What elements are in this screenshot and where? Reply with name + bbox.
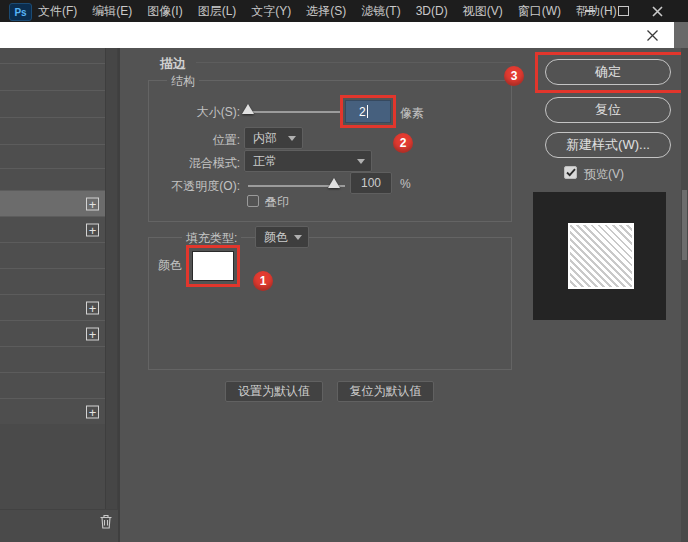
structure-legend: 结构 [167,73,199,90]
style-row[interactable] [0,242,105,268]
add-effect-icon[interactable]: + [86,405,99,418]
menu-items: 文件(F)编辑(E)图像(I)图层(L)文字(Y)选择(S)滤镜(T)3D(D)… [38,0,617,22]
trash-icon [98,513,114,530]
chevron-down-icon [288,136,296,141]
stroke-preview-swatch [568,223,634,289]
blend-mode-value: 正常 [253,153,277,170]
preview-checkbox[interactable] [564,166,577,179]
menu-item[interactable]: 图像(I) [147,3,182,20]
style-row[interactable] [0,268,105,294]
fill-type-dropdown[interactable]: 颜色 [255,226,309,248]
style-row-selected[interactable]: + [0,190,105,216]
menu-item[interactable]: 图层(L) [198,3,237,20]
minimize-icon [585,10,595,12]
menu-item[interactable]: 视图(V) [463,3,503,20]
style-row[interactable] [0,144,105,168]
stroke-color-swatch[interactable] [192,251,234,281]
dialog-titlebar [0,22,674,48]
photoshop-window: Ps 文件(F)编辑(E)图像(I)图层(L)文字(Y)选择(S)滤镜(T)3D… [0,0,688,542]
styles-left-panel: +++++ [0,48,118,542]
overprint-label: 叠印 [265,194,289,211]
add-effect-icon[interactable]: + [86,223,99,236]
add-effect-icon[interactable]: + [86,327,99,340]
style-row[interactable]: + [0,398,105,424]
menu-item[interactable]: 3D(D) [416,4,448,18]
add-effect-icon[interactable]: + [86,301,99,314]
menu-item[interactable]: 选择(S) [306,3,346,20]
chevron-down-icon [357,159,365,164]
opacity-input[interactable]: 100 [350,172,392,194]
size-slider-thumb[interactable] [242,104,254,114]
size-unit-label: 像素 [400,105,424,122]
close-icon [652,6,663,17]
maximize-button[interactable] [610,0,636,22]
size-slider-track[interactable] [246,111,341,113]
overprint-checkbox[interactable] [247,195,259,207]
position-dropdown[interactable]: 内部 [244,127,303,149]
style-row[interactable] [0,168,105,190]
dialog-close-button[interactable] [645,28,660,43]
style-row[interactable] [0,48,105,63]
menu-item[interactable]: 窗口(W) [518,3,561,20]
preview-label: 预览(V) [584,166,624,183]
style-row[interactable]: + [0,320,105,346]
styles-list: +++++ [0,48,105,424]
set-default-button[interactable]: 设置为默认值 [225,381,323,402]
style-row[interactable] [0,346,105,372]
scrollbar-thumb[interactable] [682,190,687,260]
blend-mode-dropdown[interactable]: 正常 [244,150,372,172]
fill-type-label: 填充类型: [182,230,241,247]
menu-item[interactable]: 编辑(E) [92,3,132,20]
reset-default-button[interactable]: 复位为默认值 [337,381,434,402]
ok-button[interactable]: 确定 [545,59,671,85]
photoshop-logo-icon: Ps [9,3,32,21]
styles-scrollbar[interactable] [105,48,118,510]
title-rule [196,62,512,63]
opacity-value: 100 [361,176,381,190]
style-preview-thumbnail [533,192,666,320]
style-row[interactable] [0,90,105,117]
style-row[interactable]: + [0,294,105,320]
menu-item[interactable]: 滤镜(T) [361,3,400,20]
check-icon [566,168,576,177]
style-row[interactable] [0,372,105,398]
chevron-down-icon [294,235,302,240]
position-label: 位置: [150,132,240,149]
delete-effect-button[interactable] [98,513,114,530]
menu-item[interactable]: 文件(F) [38,3,77,20]
blend-mode-label: 混合模式: [150,155,240,172]
layer-style-dialog: +++++ 描边 结构 大小(S): 2 像素 2 位置: 内部 [0,48,688,542]
panel-divider [0,509,118,510]
color-label: 颜色 [158,257,182,274]
size-label: 大小(S): [150,104,240,121]
fill-type-value: 颜色 [264,229,288,246]
style-row[interactable] [0,63,105,90]
reset-button[interactable]: 复位 [545,97,671,123]
text-caret [367,105,368,118]
close-window-button[interactable] [644,0,670,22]
size-value: 2 [359,105,366,119]
dialog-scrollbar[interactable] [681,48,688,542]
new-style-button[interactable]: 新建样式(W)... [545,132,671,158]
app-menubar: Ps 文件(F)编辑(E)图像(I)图层(L)文字(Y)选择(S)滤镜(T)3D… [0,0,688,22]
opacity-slider-thumb[interactable] [328,178,340,188]
close-icon [646,29,659,42]
menu-item[interactable]: 文字(Y) [251,3,291,20]
add-effect-icon[interactable]: + [86,197,99,210]
opacity-unit-label: % [400,177,411,191]
page-title: 描边 [160,55,186,73]
maximize-icon [618,6,629,16]
size-input[interactable]: 2 [345,100,391,123]
style-row[interactable] [0,117,105,144]
panel-separator [118,48,120,542]
position-value: 内部 [253,130,277,147]
opacity-label: 不透明度(O): [150,178,240,195]
minimize-button[interactable] [577,0,603,22]
style-row[interactable]: + [0,216,105,242]
titlebar-corner [674,22,688,48]
